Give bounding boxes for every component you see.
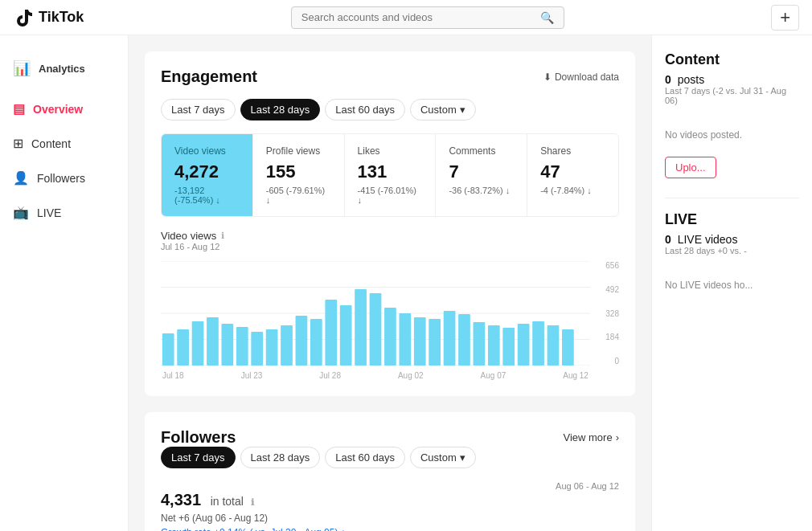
- metric-video-views: Video views 4,272 -13,192 (-75.54%) ↓: [162, 134, 253, 216]
- chart-container: 656 492 328 184 0: [161, 261, 619, 380]
- metric-video-views-label: Video views: [174, 145, 240, 157]
- svg-rect-20: [384, 308, 396, 366]
- main-layout: 📊 Analytics ▤ Overview ⊞ Content 👤 Follo…: [0, 35, 812, 531]
- sidebar-item-analytics[interactable]: 📊 Analytics: [0, 51, 128, 90]
- svg-rect-12: [266, 329, 278, 366]
- x-label-4: Aug 07: [481, 371, 506, 380]
- sidebar-analytics-label: Analytics: [39, 63, 85, 75]
- chevron-right-icon: ›: [616, 431, 619, 443]
- live-date-range: Last 28 days +0 vs. -: [665, 246, 799, 255]
- sidebar-item-overview[interactable]: ▤ Overview: [0, 93, 128, 125]
- metric-video-views-value: 4,272: [174, 161, 240, 182]
- live-count-label: LIVE videos: [678, 233, 738, 246]
- chevron-down-icon: ▾: [460, 104, 465, 116]
- search-box[interactable]: 🔍: [291, 6, 564, 29]
- followers-filter-bar: Last 7 days Last 28 days Last 60 days Cu…: [161, 447, 619, 468]
- metric-likes: Likes 131 -415 (-76.01%) ↓: [345, 134, 437, 216]
- metric-video-views-change: -13,192 (-75.54%) ↓: [174, 186, 240, 205]
- view-more-button[interactable]: View more ›: [563, 431, 619, 443]
- followers-total-value: 4,331: [161, 491, 201, 509]
- filter-last-60-days[interactable]: Last 60 days: [325, 99, 405, 120]
- sidebar-overview-label: Overview: [33, 103, 83, 116]
- metric-likes-value: 131: [358, 161, 423, 182]
- followers-net: Net +6 (Aug 06 - Aug 12): [161, 513, 346, 524]
- followers-stats: 4,331 in total ℹ Net +6 (Aug 06 - Aug 12…: [161, 481, 619, 531]
- download-icon: ⬇: [543, 71, 552, 83]
- content-count-value: 0: [665, 73, 671, 86]
- filter-last-7-days[interactable]: Last 7 days: [161, 99, 236, 120]
- sidebar-item-content[interactable]: ⊞ Content: [0, 128, 128, 159]
- svg-rect-8: [207, 317, 219, 366]
- view-more-label: View more: [563, 431, 612, 443]
- sidebar-item-followers[interactable]: 👤 Followers: [0, 162, 128, 194]
- metric-shares-change: -4 (-7.84%) ↓: [540, 186, 605, 195]
- followers-filter-7-days[interactable]: Last 7 days: [161, 447, 236, 468]
- live-section: LIVE 0 LIVE videos Last 28 days +0 vs. -…: [665, 211, 799, 307]
- overview-icon: ▤: [13, 101, 25, 116]
- x-label-3: Aug 02: [398, 371, 424, 380]
- engagement-filter-bar: Last 7 days Last 28 days Last 60 days Cu…: [161, 99, 619, 120]
- panel-divider: [665, 198, 799, 198]
- filter-custom[interactable]: Custom ▾: [410, 99, 476, 120]
- logo-text: TikTok: [39, 9, 84, 26]
- content-date-range: Last 7 days (-2 vs. Jul 31 - Aug 06): [665, 86, 799, 105]
- followers-chart-date: Aug 06 - Aug 12: [556, 481, 619, 491]
- sidebar: 📊 Analytics ▤ Overview ⊞ Content 👤 Follo…: [0, 35, 129, 531]
- upload-button[interactable]: Uplo...: [665, 157, 716, 178]
- filter-last-28-days[interactable]: Last 28 days: [240, 99, 321, 120]
- svg-rect-19: [370, 293, 382, 366]
- metrics-row: Video views 4,272 -13,192 (-75.54%) ↓ Pr…: [161, 133, 619, 217]
- svg-rect-10: [236, 327, 248, 366]
- svg-rect-31: [547, 325, 560, 366]
- y-label-3: 184: [595, 333, 619, 341]
- metric-likes-label: Likes: [358, 145, 423, 157]
- followers-total-label: in total: [211, 495, 244, 508]
- followers-chevron-down-icon: ▾: [460, 451, 465, 464]
- svg-rect-17: [340, 305, 352, 366]
- svg-rect-9: [221, 324, 233, 366]
- svg-rect-27: [488, 325, 500, 366]
- followers-icon: 👤: [13, 170, 29, 186]
- y-label-1: 492: [595, 285, 619, 294]
- followers-filter-28-days[interactable]: Last 28 days: [240, 447, 321, 468]
- chart-label: Video views: [161, 230, 216, 242]
- live-section-title: LIVE: [665, 211, 799, 228]
- add-button[interactable]: +: [771, 5, 799, 31]
- metric-shares-label: Shares: [540, 145, 605, 157]
- x-label-1: Jul 23: [241, 371, 263, 380]
- metric-profile-views-value: 155: [266, 161, 331, 182]
- content-empty-message: No videos posted.: [665, 113, 799, 157]
- y-label-0: 656: [595, 261, 619, 270]
- svg-rect-21: [399, 313, 411, 366]
- svg-rect-24: [444, 311, 456, 366]
- metric-shares-value: 47: [540, 161, 605, 182]
- live-count: 0 LIVE videos: [665, 233, 799, 246]
- live-empty-message: No LIVE videos ho...: [665, 263, 799, 307]
- main-content: Engagement ⬇ Download data Last 7 days L…: [129, 35, 651, 531]
- svg-rect-6: [177, 329, 189, 366]
- x-label-2: Jul 28: [319, 371, 341, 380]
- chart-x-axis: Jul 18 Jul 23 Jul 28 Aug 02 Aug 07 Aug 1…: [161, 371, 590, 380]
- bar-chart-svg: [161, 261, 590, 366]
- svg-rect-29: [518, 324, 530, 366]
- chart-date: Jul 16 - Aug 12: [161, 242, 619, 251]
- svg-rect-28: [502, 328, 515, 366]
- content-count: 0 posts: [665, 73, 799, 86]
- download-button[interactable]: ⬇ Download data: [543, 71, 619, 83]
- engagement-card: Engagement ⬇ Download data Last 7 days L…: [145, 51, 635, 396]
- content-section-title: Content: [665, 51, 799, 68]
- followers-custom-label: Custom: [420, 451, 457, 464]
- video-views-chart-section: Video views ℹ Jul 16 - Aug 12 656 492 32…: [161, 230, 619, 380]
- followers-filter-custom[interactable]: Custom ▾: [410, 447, 476, 468]
- y-label-4: 0: [595, 357, 619, 366]
- custom-label: Custom: [420, 104, 457, 116]
- search-input[interactable]: [301, 11, 534, 23]
- tiktok-logo-icon: [13, 7, 34, 28]
- sidebar-item-live[interactable]: 📺 LIVE: [0, 197, 128, 228]
- svg-rect-11: [251, 332, 263, 366]
- followers-filter-60-days[interactable]: Last 60 days: [325, 447, 405, 468]
- metric-likes-change: -415 (-76.01%) ↓: [358, 186, 423, 205]
- content-count-label: posts: [678, 73, 704, 86]
- right-panel: Content 0 posts Last 7 days (-2 vs. Jul …: [651, 35, 812, 531]
- engagement-title: Engagement: [161, 67, 257, 86]
